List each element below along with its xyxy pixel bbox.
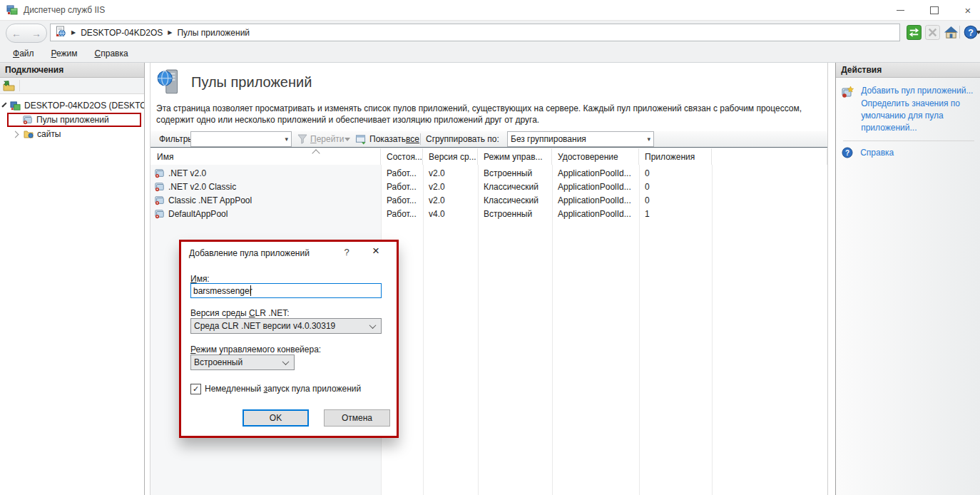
table-row[interactable]: .NET v2.0 Classic Работ... v2.0 Классиче… [150, 180, 827, 193]
chevron-down-icon [282, 358, 290, 365]
dialog-title: Добавление пула приложений [189, 248, 310, 258]
address-bar: ← → ▶ DESKTOP-04KD2OS ▶ Пулы приложений [0, 20, 980, 45]
save-connection-icon[interactable] [3, 80, 15, 93]
table-row[interactable]: Classic .NET AppPool Работ... v2.0 Класс… [150, 193, 827, 207]
start-immediately-checkbox[interactable]: ✓ [190, 384, 201, 394]
pipeline-mode-value: Встроенный [194, 357, 243, 367]
dialog-help-button[interactable]: ? [340, 247, 354, 257]
table-row[interactable]: DefaultAppPool Работ... v4.0 Встроенный … [150, 207, 827, 220]
cancel-button[interactable]: Отмена [324, 409, 390, 427]
chevron-down-icon [369, 322, 377, 329]
stop-button[interactable] [924, 24, 940, 40]
column-header-applications[interactable]: Приложения [639, 148, 712, 165]
column-header-identity[interactable]: Удостоверение [552, 148, 639, 165]
action-set-defaults[interactable]: Определить значения по умолчанию для пул… [861, 98, 968, 134]
back-button[interactable]: ← [11, 28, 21, 39]
pipeline-mode-label: Режим управляемого конвейера: [190, 345, 321, 354]
go-funnel-icon [297, 131, 307, 147]
app-pool-icon [155, 168, 165, 178]
dropdown-arrow-icon: ▾ [285, 136, 288, 143]
toolbar-separator [19, 80, 20, 91]
pipeline-mode-select[interactable]: Встроенный [190, 354, 295, 370]
forward-button[interactable]: → [31, 28, 41, 39]
menu-file[interactable]: Файл [13, 49, 34, 58]
go-dropdown-arrow-icon[interactable] [344, 131, 350, 147]
app-pool-icon [155, 195, 165, 205]
breadcrumb-root[interactable]: DESKTOP-04KD2OS [81, 28, 163, 38]
menu-view[interactable]: Режим [51, 49, 78, 58]
list-header: Имя Состоя... Версия ср... Режим управ..… [150, 148, 827, 165]
home-button[interactable] [943, 24, 959, 40]
check-icon: ✓ [193, 385, 199, 393]
show-all-icon [355, 131, 367, 147]
clr-version-label: Версия среды CLR .NET: [190, 308, 290, 318]
tree-item-label: DESKTOP-04KD2OS (DESKTOP [24, 101, 144, 111]
tree-item-app-pools[interactable]: Пулы приложений [0, 113, 144, 127]
refresh-button[interactable] [906, 24, 922, 40]
window-title: Диспетчер служб IIS [24, 5, 105, 15]
connections-header: Подключения [0, 63, 144, 78]
iis-manager-window: Диспетчер служб IIS × ← → ▶ [0, 0, 980, 495]
dialog-close-button[interactable]: × [367, 244, 385, 258]
minimize-icon [897, 10, 904, 11]
column-header-version[interactable]: Версия ср... [423, 148, 478, 165]
tree-item-label: сайты [37, 129, 61, 139]
maximize-button[interactable] [922, 0, 946, 20]
iis-app-icon [6, 4, 18, 16]
svg-text:?: ? [968, 28, 974, 38]
app-pools-page-icon [156, 68, 182, 98]
start-immediately-label: Немедленный запуск пула приложений [205, 384, 361, 394]
breadcrumb-current[interactable]: Пулы приложений [177, 28, 250, 38]
connections-toolbar [0, 78, 144, 94]
text-cursor [250, 285, 251, 296]
maximize-icon [930, 6, 939, 14]
action-help[interactable]: Справка [860, 147, 894, 159]
tree-item-sites[interactable]: сайты [0, 127, 144, 141]
add-app-pool-icon [842, 86, 854, 98]
go-button[interactable]: Перейти [310, 131, 344, 147]
breadcrumb[interactable]: ▶ DESKTOP-04KD2OS ▶ Пулы приложений [50, 24, 900, 41]
actions-panel: Действия Добавить пул приложений... Опре… [836, 63, 980, 495]
chevron-right-icon[interactable] [12, 131, 19, 138]
column-header-name[interactable]: Имя [150, 148, 381, 165]
title-bar: Диспетчер служб IIS × [0, 0, 980, 20]
server-icon [10, 101, 21, 111]
table-row[interactable]: .NET v2.0 Работ... v2.0 Встроенный Appli… [150, 166, 827, 180]
group-by-combobox[interactable]: Без группирования ▾ [507, 131, 654, 147]
name-label: Имя: [190, 274, 210, 284]
show-all-button[interactable]: Показать все [369, 131, 419, 147]
clr-version-select[interactable]: Среда CLR .NET версии v4.0.30319 [190, 318, 382, 334]
main-content: Пулы приложений Эта страница позволяет п… [150, 63, 827, 495]
help-dropdown-arrow-icon[interactable] [974, 24, 980, 40]
actions-separator [843, 141, 974, 141]
menu-help[interactable]: Справка [95, 49, 128, 58]
filter-combobox[interactable]: ▾ [190, 131, 292, 147]
annotation-red-box [7, 113, 141, 127]
add-app-pool-dialog: Добавление пула приложений ? × Имя: Верс… [179, 240, 399, 438]
clr-version-value: Среда CLR .NET версии v4.0.30319 [194, 321, 335, 331]
page-doc-icon [55, 26, 66, 39]
chevron-down-icon[interactable] [1, 102, 6, 107]
app-pool-list: .NET v2.0 Работ... v2.0 Встроенный Appli… [150, 166, 827, 220]
help-icon: ? [842, 147, 853, 158]
app-pool-icon [155, 182, 165, 192]
action-add-app-pool[interactable]: Добавить пул приложений... [861, 85, 973, 97]
minimize-button[interactable] [888, 0, 912, 20]
dropdown-arrow-icon: ▾ [647, 136, 650, 143]
ok-button[interactable]: OK [243, 409, 309, 427]
breadcrumb-separator-icon: ▶ [168, 29, 172, 36]
close-button[interactable]: × [956, 0, 980, 20]
column-header-pipeline[interactable]: Режим управ... [478, 148, 552, 165]
connections-tree: DESKTOP-04KD2OS (DESKTOP Пулы приложений [0, 94, 144, 141]
group-by-value: Без группирования [511, 134, 586, 144]
sites-folder-icon [24, 129, 34, 139]
tree-item-server[interactable]: DESKTOP-04KD2OS (DESKTOP [0, 98, 144, 113]
panel-splitter[interactable] [145, 63, 150, 495]
app-pool-icon [155, 209, 165, 219]
name-input[interactable] [190, 283, 382, 298]
panel-splitter[interactable] [827, 63, 836, 495]
group-by-label: Сгруппировать по: [426, 131, 499, 147]
column-header-status[interactable]: Состоя... [381, 148, 423, 165]
toolbar-separator [959, 26, 960, 39]
actions-header: Действия [836, 63, 980, 78]
